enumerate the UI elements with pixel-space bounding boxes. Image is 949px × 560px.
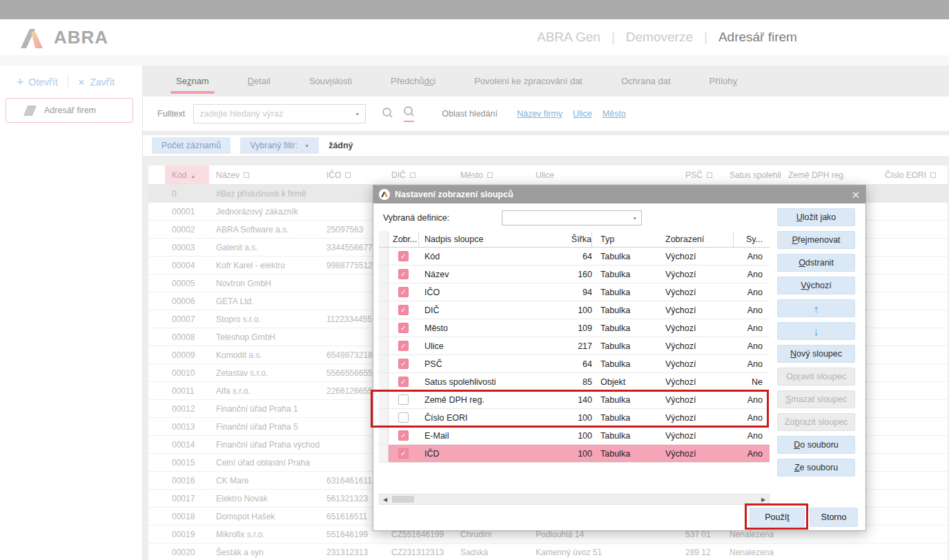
column-header[interactable]: IČO [320, 166, 384, 184]
grid-row[interactable]: Ulice 217 Tabulka Výchozí Ano [379, 337, 770, 355]
grid-col-name[interactable]: Nadpis sloupce [419, 234, 567, 244]
grid-row[interactable]: IČD 100 Tabulka Výchozí Ano [379, 445, 770, 463]
visible-checkbox[interactable] [398, 394, 409, 405]
visible-cell [389, 448, 419, 459]
selected-filter-dropdown[interactable]: Vybraný filtr: ▼ [240, 137, 319, 154]
scroll-left-icon[interactable]: ◀ [380, 497, 391, 503]
open-button[interactable]: + Otevřít [17, 77, 58, 88]
tab[interactable]: Povolení ke zpracování dat [474, 76, 583, 86]
move-up-button[interactable]: ↑ [777, 299, 855, 317]
grid-col-display[interactable]: Zobrazení [661, 231, 734, 247]
visible-checkbox[interactable] [398, 287, 409, 297]
visible-checkbox[interactable] [398, 412, 409, 423]
rename-button[interactable]: Přejmenovat [777, 231, 855, 249]
tab[interactable]: Detail [248, 76, 271, 86]
tab[interactable]: Souvislosti [309, 76, 352, 86]
move-down-button[interactable]: ↓ [777, 322, 855, 340]
visible-checkbox[interactable] [398, 305, 409, 315]
scope-link[interactable]: Ulice [573, 109, 592, 119]
visible-checkbox[interactable] [398, 448, 409, 459]
chevron-down-icon[interactable]: ▼ [355, 112, 360, 117]
grid-row[interactable]: Kód 64 Tabulka Výchozí Ano [379, 248, 770, 266]
grid-row[interactable]: Město 109 Tabulka Výchozí Ano [379, 319, 770, 337]
scrollbar-thumb[interactable] [392, 496, 414, 503]
tab[interactable]: Přílohy [710, 76, 737, 86]
column-header[interactable]: Kód [165, 166, 209, 184]
grid-row[interactable]: IČO 94 Tabulka Výchozí Ano [379, 283, 770, 301]
edit-column-button[interactable]: Opravit sloupec [777, 368, 855, 386]
column-name-cell: IČO [419, 288, 567, 297]
definition-combobox[interactable]: ▼ [502, 210, 642, 226]
column-header[interactable]: Země DPH reg. [781, 166, 878, 184]
remove-button[interactable]: Odstranit [777, 254, 855, 272]
grid-row[interactable]: PSČ 64 Tabulka Výchozí Ano [379, 355, 770, 373]
to-file-button[interactable]: Do souboru [777, 436, 855, 454]
sidebar-item-adresar-firem[interactable]: Adresář firem [6, 98, 133, 123]
cancel-button[interactable]: Storno [810, 508, 858, 527]
row-gutter [379, 445, 389, 462]
column-header[interactable]: Ulice [529, 166, 678, 184]
tab[interactable]: Seznam [176, 76, 209, 86]
delete-column-button[interactable]: Smazat sloupec [777, 390, 855, 408]
grid-col-sys[interactable]: Sy... [734, 234, 765, 244]
column-header[interactable]: Číslo EORI [878, 166, 947, 184]
filter-box-icon[interactable] [487, 172, 493, 178]
record-count-button[interactable]: Počet záznamů [152, 137, 231, 154]
column-header[interactable]: DIČ [384, 166, 453, 184]
column-header[interactable]: PSČ [678, 166, 723, 184]
save-as-button[interactable]: Uložit jako [777, 208, 855, 226]
column-header[interactable]: Město [453, 166, 529, 184]
grid-row[interactable]: Země DPH reg. 140 Tabulka Výchozí Ano [379, 391, 770, 409]
table-cell: CZ231312313 [384, 543, 453, 560]
tab[interactable]: Předchůdci [391, 76, 436, 86]
filter-box-icon[interactable] [345, 172, 351, 178]
column-header[interactable]: Satus spolehli... [723, 166, 781, 184]
visible-checkbox[interactable] [398, 430, 409, 441]
apply-button[interactable]: Použít [750, 508, 805, 527]
table-cell [878, 185, 947, 202]
from-file-button[interactable]: Ze souboru [777, 459, 855, 477]
grid-col-width[interactable]: Šířka [567, 231, 592, 247]
filter-box-icon[interactable] [410, 172, 415, 178]
grid-row[interactable]: Satus spolehlivosti 85 Objekt Výchozí Ne [379, 373, 770, 391]
filter-box-icon[interactable] [244, 172, 249, 178]
default-button[interactable]: Výchozí [777, 277, 855, 294]
visible-checkbox[interactable] [398, 377, 409, 387]
tab[interactable]: Ochrana dat [621, 76, 671, 86]
column-type-cell: Tabulka [592, 341, 661, 351]
dialog-titlebar[interactable]: Nastavení zobrazení sloupců ✕ [373, 186, 865, 203]
search-input[interactable] [199, 109, 350, 119]
table-cell: 00005 [165, 274, 209, 292]
columns-grid: Zobr... Nadpis sloupce Šířka Typ Zobraze… [379, 231, 770, 463]
table-cell: 0 [165, 185, 209, 202]
search-button[interactable] [382, 108, 393, 120]
visible-checkbox[interactable] [398, 323, 409, 333]
fulltext-search-button[interactable] [404, 106, 414, 122]
filter-box-icon[interactable] [707, 172, 712, 178]
scope-link[interactable]: Město [603, 109, 626, 119]
scroll-right-icon[interactable]: ▶ [758, 497, 769, 503]
visible-checkbox[interactable] [398, 359, 409, 369]
grid-row[interactable]: Název 160 Tabulka Výchozí Ano [379, 266, 770, 283]
grid-row[interactable]: E-Mail 100 Tabulka Výchozí Ano [379, 427, 770, 445]
grid-col-visible[interactable]: Zobr... [389, 231, 419, 247]
column-header[interactable]: Název [209, 166, 320, 184]
table-row[interactable]: 00020Šesták a syn231312313CZ231312313Sad… [148, 543, 948, 560]
filter-box-icon[interactable] [930, 172, 936, 178]
visible-checkbox[interactable] [398, 251, 409, 261]
scope-link[interactable]: Název firmy [517, 109, 562, 119]
grid-row[interactable]: DIČ 100 Tabulka Výchozí Ano [379, 301, 770, 319]
table-cell: Domspot Hašek [209, 508, 320, 525]
grid-row[interactable]: Číslo EORI 100 Tabulka Výchozí Ano [379, 409, 770, 427]
visible-checkbox[interactable] [398, 269, 409, 279]
table-cell: Stopro s.r.o. [209, 310, 320, 328]
close-button[interactable]: ✕ Zavřít [78, 77, 115, 88]
visible-checkbox[interactable] [398, 341, 409, 351]
visible-cell [389, 394, 419, 405]
show-column-button[interactable]: Zobrazit sloupec [777, 413, 855, 431]
new-column-button[interactable]: Nový sloupec [777, 345, 855, 363]
horizontal-scrollbar[interactable]: ◀ ▶ [379, 494, 770, 505]
scrollbar-track[interactable] [391, 494, 758, 504]
grid-col-type[interactable]: Typ [592, 234, 661, 244]
dialog-close-button[interactable]: ✕ [851, 190, 860, 200]
